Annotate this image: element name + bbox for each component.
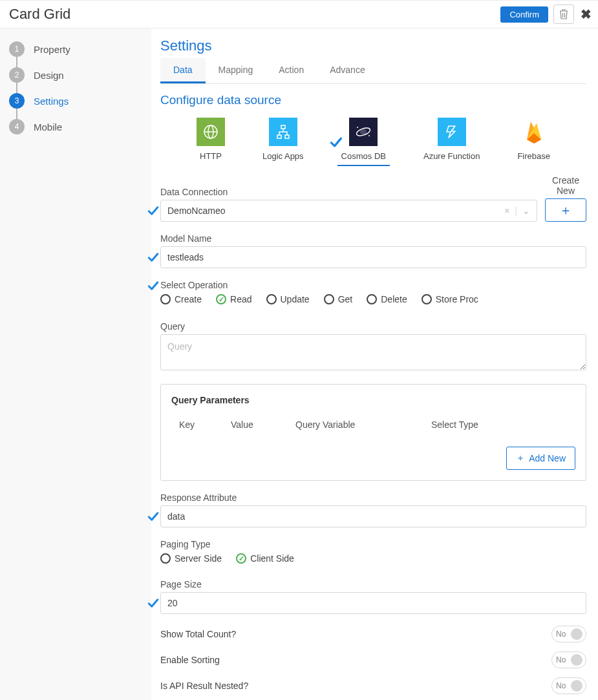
data-sources: HTTP Logic Apps Cosmos DB Azure Function…	[160, 118, 586, 161]
logicapps-icon	[275, 124, 291, 140]
close-icon[interactable]: ✖	[579, 6, 593, 22]
show-total-toggle[interactable]: No	[551, 626, 586, 642]
header: Card Grid Confirm ✖	[0, 0, 598, 28]
clear-icon[interactable]: ×	[504, 206, 509, 216]
paging-client[interactable]: Client Side	[236, 553, 294, 564]
check-icon	[147, 205, 159, 217]
operation-get[interactable]: Get	[324, 294, 353, 304]
step-mobile[interactable]: 4Mobile	[9, 114, 142, 140]
source-firebase[interactable]: Firebase	[517, 118, 550, 161]
query-params-title: Query Parameters	[171, 395, 575, 405]
add-new-param-button[interactable]: ＋Add New	[506, 447, 575, 470]
check-icon	[330, 136, 343, 149]
response-attribute-input[interactable]	[160, 505, 586, 527]
tabs: Data Mapping Action Advance	[160, 58, 586, 84]
query-params-panel: Query Parameters Key Value Query Variabl…	[160, 384, 586, 481]
tab-data[interactable]: Data	[160, 58, 206, 83]
delete-button[interactable]	[553, 5, 574, 24]
paging-type-label: Paging Type	[160, 539, 586, 549]
api-nested-label: Is API Result Nested?	[160, 681, 248, 691]
model-name-label: Model Name	[160, 233, 586, 244]
step-label: Property	[34, 44, 70, 55]
source-label: Cosmos DB	[341, 151, 386, 161]
main-panel: Settings Data Mapping Action Advance Con…	[151, 28, 598, 700]
col-value: Value	[231, 419, 295, 430]
source-azurefunction[interactable]: Azure Function	[423, 118, 480, 161]
check-icon	[147, 251, 159, 263]
step-settings[interactable]: 3Settings	[9, 88, 142, 114]
step-label: Settings	[34, 96, 69, 107]
svg-rect-4	[285, 135, 289, 138]
show-total-label: Show Total Count?	[160, 629, 236, 639]
data-connection-label: Data Connection	[160, 187, 537, 197]
configure-title: Configure data source	[160, 93, 586, 107]
create-new-label: Create New	[545, 175, 586, 196]
globe-icon	[203, 124, 219, 140]
source-http[interactable]: HTTP	[197, 118, 225, 161]
select-operation-label: Select Operation	[160, 280, 586, 290]
check-icon	[147, 511, 159, 522]
sidebar: 1Property 2Design 3Settings 4Mobile	[0, 28, 151, 700]
paging-server[interactable]: Server Side	[160, 553, 222, 564]
svg-point-8	[368, 135, 370, 136]
firebase-icon	[524, 118, 544, 146]
chevron-down-icon[interactable]: ⌄	[522, 206, 530, 216]
step-label: Mobile	[34, 122, 62, 133]
source-label: Firebase	[517, 151, 550, 161]
svg-rect-2	[281, 125, 285, 129]
query-input[interactable]	[160, 334, 586, 370]
operation-create[interactable]: Create	[160, 294, 202, 304]
tab-mapping[interactable]: Mapping	[206, 58, 266, 83]
cosmos-icon	[355, 123, 372, 140]
svg-point-7	[357, 127, 358, 128]
col-selecttype: Select Type	[431, 419, 478, 430]
source-label: Logic Apps	[262, 151, 304, 161]
operation-storeproc[interactable]: Store Proc	[422, 294, 478, 304]
section-title: Settings	[160, 37, 586, 54]
model-name-input[interactable]	[160, 246, 586, 268]
step-design[interactable]: 2Design	[9, 62, 142, 88]
enable-sorting-toggle[interactable]: No	[551, 652, 586, 668]
check-icon	[147, 597, 159, 609]
azurefn-icon	[444, 124, 460, 140]
tab-advance[interactable]: Advance	[317, 58, 378, 83]
svg-rect-3	[277, 135, 281, 138]
check-icon	[147, 280, 159, 292]
source-cosmosdb[interactable]: Cosmos DB	[341, 118, 386, 161]
create-new-button[interactable]: ＋	[545, 198, 586, 222]
data-connection-select[interactable]: DemoNcameo ×|⌄	[160, 200, 537, 222]
confirm-button[interactable]: Confirm	[500, 6, 548, 23]
step-property[interactable]: 1Property	[9, 36, 142, 62]
source-logicapps[interactable]: Logic Apps	[262, 118, 304, 161]
source-label: Azure Function	[423, 151, 480, 161]
step-label: Design	[34, 70, 64, 81]
page-title: Card Grid	[9, 6, 70, 23]
page-size-input[interactable]	[160, 592, 586, 614]
col-key: Key	[179, 419, 231, 430]
query-label: Query	[160, 321, 586, 332]
enable-sorting-label: Enable Sorting	[160, 655, 220, 665]
api-nested-toggle[interactable]: No	[551, 677, 586, 694]
operation-read[interactable]: Read	[216, 294, 251, 304]
trash-icon	[559, 9, 568, 19]
response-attribute-label: Response Attribute	[160, 493, 586, 503]
page-size-label: Page Size	[160, 579, 586, 589]
tab-action[interactable]: Action	[266, 58, 317, 83]
col-queryvariable: Query Variable	[295, 419, 431, 430]
source-label: HTTP	[200, 151, 222, 161]
operation-delete[interactable]: Delete	[367, 294, 407, 304]
operation-update[interactable]: Update	[266, 294, 310, 304]
data-connection-value: DemoNcameo	[167, 206, 225, 216]
plus-icon: ＋	[516, 452, 525, 464]
